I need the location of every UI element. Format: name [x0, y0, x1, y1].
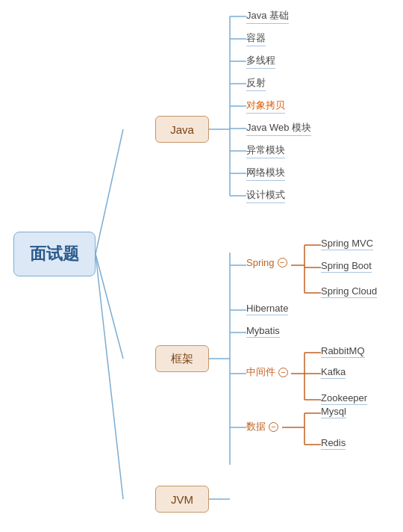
framework-label: 框架	[171, 352, 193, 366]
svg-line-0	[96, 129, 123, 254]
jvm-node: JVM	[155, 486, 209, 513]
data-node: 数据 −	[246, 420, 278, 433]
spring-boot: Spring Boot	[321, 260, 372, 273]
java-leaf-7: 网络模块	[246, 166, 285, 181]
java-leaf-2: 多线程	[246, 54, 275, 69]
spring-cloud: Spring Cloud	[321, 285, 377, 298]
middleware-label: 中间件	[246, 365, 275, 379]
spring-mvc: Spring MVC	[321, 238, 373, 250]
java-node: Java	[155, 116, 209, 143]
middleware-node: 中间件 −	[246, 365, 288, 379]
java-leaf-5: Java Web 模块	[246, 121, 311, 136]
jvm-label: JVM	[171, 493, 193, 506]
java-leaf-8: 设计模式	[246, 188, 285, 203]
mind-map: 面试题 Java Java 基础 容器 多线程 反射 对象拷贝 Java Web…	[0, 0, 403, 532]
redis-node: Redis	[321, 437, 346, 450]
hibernate-node: Hibernate	[246, 303, 288, 315]
spring-label: Spring	[246, 257, 275, 268]
java-label: Java	[170, 123, 194, 136]
kafka-node: Kafka	[321, 366, 346, 379]
data-label: 数据	[246, 420, 266, 433]
mybatis-node: Mybatis	[246, 325, 280, 338]
svg-line-1	[96, 254, 123, 359]
java-leaf-6: 异常模块	[246, 143, 285, 158]
data-collapse[interactable]: −	[269, 422, 278, 432]
rabbitmq-node: RabbitMQ	[321, 345, 365, 358]
framework-node: 框架	[155, 345, 209, 372]
mysql-node: Mysql	[321, 406, 346, 418]
svg-line-2	[96, 254, 123, 499]
root-label: 面试题	[30, 243, 79, 265]
zookeeper-node: Zookeeper	[321, 392, 367, 405]
java-leaf-1: 容器	[246, 31, 266, 46]
java-leaf-4: 对象拷贝	[246, 99, 285, 114]
root-node: 面试题	[13, 232, 96, 276]
java-leaf-3: 反射	[246, 76, 266, 91]
spring-node: Spring −	[246, 257, 287, 268]
spring-collapse[interactable]: −	[278, 258, 287, 267]
java-leaf-0: Java 基础	[246, 9, 289, 24]
middleware-collapse[interactable]: −	[278, 368, 288, 377]
